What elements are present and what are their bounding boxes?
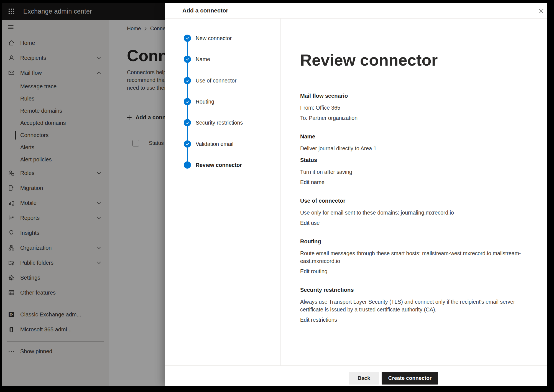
step-validation-email[interactable]: Validation email bbox=[184, 140, 233, 148]
step-new-connector[interactable]: New connector bbox=[184, 35, 232, 42]
create-connector-button[interactable]: Create connector bbox=[382, 372, 438, 385]
back-button[interactable]: Back bbox=[349, 372, 379, 385]
review-heading: Review connector bbox=[300, 51, 536, 69]
section-heading: Mail flow scenario bbox=[300, 92, 536, 100]
section-use-of-connector: Use of connector Use only for email sent… bbox=[300, 197, 536, 227]
section-mail-flow-scenario: Mail flow scenario From: Office 365 To: … bbox=[300, 92, 536, 122]
step-complete-check-icon bbox=[184, 98, 191, 105]
section-security-restrictions: Security restrictions Always use Transpo… bbox=[300, 286, 536, 324]
section-routing: Routing Route email messages through the… bbox=[300, 238, 536, 275]
wizard-body: New connector Name Use of connector Rout… bbox=[165, 19, 547, 365]
use-value: Use only for email sent to these domains… bbox=[300, 209, 530, 216]
section-heading: Security restrictions bbox=[300, 286, 536, 294]
step-routing[interactable]: Routing bbox=[184, 98, 214, 105]
exchange-admin-center-screenshot: { "topbar": { "app_title": "Exchange adm… bbox=[0, 0, 554, 392]
routing-value: Route email messages through these smart… bbox=[300, 249, 530, 265]
wizard-title: Add a connector bbox=[182, 7, 228, 14]
add-connector-wizard-panel: Add a connector New connector Name Use o bbox=[165, 3, 547, 386]
mail-flow-to: To: Partner organization bbox=[300, 114, 530, 122]
wizard-steps-rail: New connector Name Use of connector Rout… bbox=[165, 19, 281, 365]
edit-use-link[interactable]: Edit use bbox=[300, 219, 320, 227]
step-review-connector-current[interactable]: Review connector bbox=[184, 161, 242, 169]
section-heading: Routing bbox=[300, 238, 536, 245]
step-use-of-connector[interactable]: Use of connector bbox=[184, 77, 236, 84]
edit-name-link[interactable]: Edit name bbox=[300, 178, 325, 186]
step-current-dot-icon bbox=[184, 161, 191, 169]
step-complete-check-icon bbox=[184, 35, 191, 42]
connector-name-value: Deliver journal directly to Area 1 bbox=[300, 145, 530, 152]
section-heading: Name bbox=[300, 133, 536, 140]
section-name: Name Deliver journal directly to Area 1 … bbox=[300, 133, 536, 186]
step-complete-check-icon bbox=[184, 77, 191, 84]
app-window: Exchange admin center Home Recipients Ma… bbox=[2, 3, 547, 386]
wizard-footer: Back Create connector bbox=[165, 365, 547, 386]
edit-routing-link[interactable]: Edit routing bbox=[300, 267, 328, 275]
status-value: Turn it on after saving bbox=[300, 168, 530, 176]
step-security-restrictions[interactable]: Security restrictions bbox=[184, 119, 243, 126]
edit-restrictions-link[interactable]: Edit restrictions bbox=[300, 316, 337, 324]
close-icon[interactable] bbox=[537, 7, 546, 16]
step-complete-check-icon bbox=[184, 56, 191, 63]
wizard-header: Add a connector bbox=[165, 3, 547, 19]
step-name[interactable]: Name bbox=[184, 56, 210, 63]
review-connector-content: Review connector Mail flow scenario From… bbox=[281, 19, 547, 365]
mail-flow-from: From: Office 365 bbox=[300, 104, 530, 112]
section-heading: Use of connector bbox=[300, 197, 536, 205]
status-heading: Status bbox=[300, 156, 536, 164]
step-complete-check-icon bbox=[184, 140, 191, 148]
security-value: Always use Transport Layer Security (TLS… bbox=[300, 298, 530, 313]
step-complete-check-icon bbox=[184, 119, 191, 126]
